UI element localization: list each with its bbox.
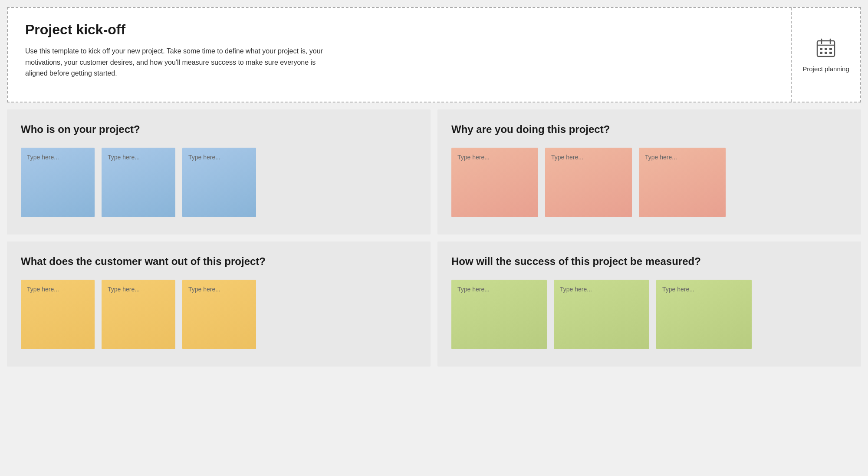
section-who-notes: Type here... Type here... Type here... [21,148,417,217]
sticky-note[interactable]: Type here... [451,148,538,217]
header-section: Project kick-off Use this template to ki… [7,7,861,102]
page-wrapper: Project kick-off Use this template to ki… [0,0,868,476]
section-customer-title: What does the customer want out of this … [21,255,417,268]
svg-rect-8 [825,52,827,54]
main-grid: Who is on your project? Type here... Typ… [7,109,861,367]
svg-rect-6 [829,48,832,50]
section-customer-notes: Type here... Type here... Type here... [21,280,417,349]
sticky-note[interactable]: Type here... [182,148,256,217]
section-success-notes: Type here... Type here... Type here... [451,280,847,349]
sticky-note[interactable]: Type here... [21,280,95,349]
svg-rect-7 [820,52,822,54]
sticky-note[interactable]: Type here... [102,280,175,349]
sticky-note[interactable]: Type here... [545,148,632,217]
section-why: Why are you doing this project? Type her… [437,109,861,235]
sticky-note[interactable]: Type here... [102,148,175,217]
sticky-note[interactable]: Type here... [451,280,547,349]
section-success: How will the success of this project be … [437,241,861,367]
sticky-note[interactable]: Type here... [554,280,649,349]
svg-rect-4 [820,48,822,50]
section-why-notes: Type here... Type here... Type here... [451,148,847,217]
section-success-title: How will the success of this project be … [451,255,847,268]
section-who: Who is on your project? Type here... Typ… [7,109,431,235]
sticky-note[interactable]: Type here... [182,280,256,349]
section-why-title: Why are you doing this project? [451,123,847,136]
sticky-note[interactable]: Type here... [21,148,95,217]
header-sidebar: Project planning [791,8,860,102]
page-title: Project kick-off [25,22,773,38]
calendar-icon [815,36,837,59]
sticky-note[interactable]: Type here... [639,148,726,217]
svg-rect-5 [825,48,827,50]
sidebar-label: Project planning [802,64,849,73]
header-content: Project kick-off Use this template to ki… [8,8,791,102]
svg-rect-9 [829,52,832,54]
page-description: Use this template to kick off your new p… [25,46,338,79]
sticky-note[interactable]: Type here... [656,280,752,349]
section-who-title: Who is on your project? [21,123,417,136]
section-customer: What does the customer want out of this … [7,241,431,367]
